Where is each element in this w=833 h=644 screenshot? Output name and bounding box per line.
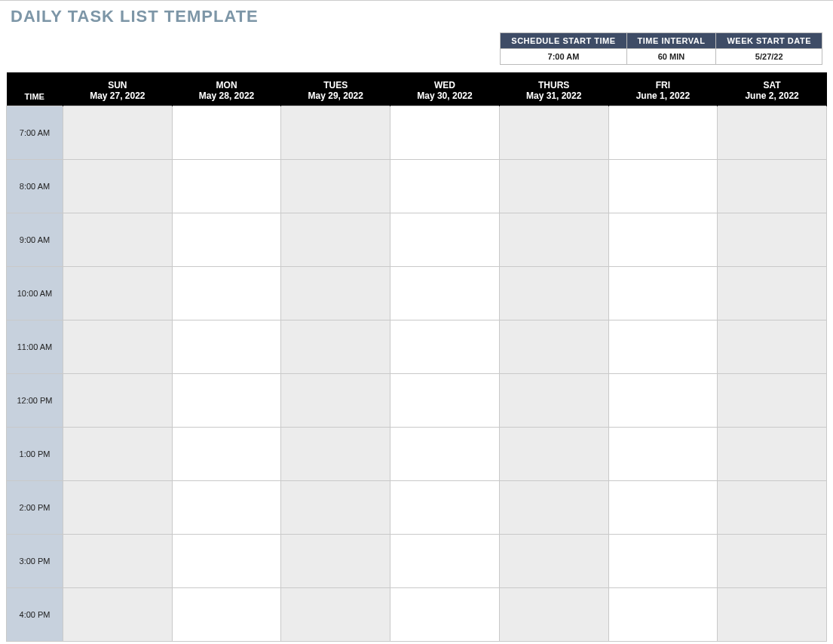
schedule-cell[interactable] (608, 267, 718, 320)
schedule-cell[interactable] (718, 481, 827, 535)
schedule-cell[interactable] (63, 106, 173, 160)
schedule-cell[interactable] (390, 374, 500, 428)
schedule-cell[interactable] (718, 320, 827, 374)
schedule-cell[interactable] (63, 320, 173, 374)
schedule-cell[interactable] (63, 213, 173, 267)
time-label: 2:00 PM (7, 481, 63, 535)
schedule-cell[interactable] (172, 160, 281, 213)
schedule-cell[interactable] (281, 213, 390, 267)
settings-table: SCHEDULE START TIME TIME INTERVAL WEEK S… (500, 32, 822, 65)
time-label: 11:00 AM (7, 320, 63, 374)
schedule-cell[interactable] (718, 267, 827, 320)
schedule-cell[interactable] (718, 535, 827, 588)
schedule-cell[interactable] (390, 106, 500, 160)
schedule-grid: TIME SUNMay 27, 2022 MONMay 28, 2022 TUE… (6, 72, 827, 642)
schedule-cell[interactable] (63, 267, 173, 320)
col-header-mon: MONMay 28, 2022 (172, 72, 281, 106)
time-label: 10:00 AM (7, 267, 63, 320)
schedule-cell[interactable] (63, 374, 173, 428)
schedule-cell[interactable] (63, 428, 173, 481)
meta-header-weekstart: WEEK START DATE (716, 33, 822, 49)
schedule-cell[interactable] (281, 588, 390, 642)
schedule-cell[interactable] (281, 481, 390, 535)
meta-header-start: SCHEDULE START TIME (501, 33, 626, 49)
meta-header-interval: TIME INTERVAL (626, 33, 716, 49)
schedule-cell[interactable] (499, 267, 608, 320)
schedule-cell[interactable] (390, 481, 500, 535)
schedule-cell[interactable] (390, 160, 500, 213)
schedule-cell[interactable] (718, 106, 827, 160)
schedule-cell[interactable] (281, 106, 390, 160)
schedule-cell[interactable] (718, 213, 827, 267)
meta-value-interval[interactable]: 60 MIN (626, 49, 716, 65)
schedule-cell[interactable] (172, 374, 281, 428)
schedule-cell[interactable] (608, 160, 718, 213)
col-header-sat: SATJune 2, 2022 (718, 72, 827, 106)
schedule-cell[interactable] (63, 535, 173, 588)
schedule-cell[interactable] (281, 267, 390, 320)
schedule-cell[interactable] (608, 481, 718, 535)
schedule-cell[interactable] (499, 428, 608, 481)
schedule-cell[interactable] (390, 535, 500, 588)
meta-value-start[interactable]: 7:00 AM (501, 49, 626, 65)
schedule-cell[interactable] (63, 160, 173, 213)
schedule-cell[interactable] (608, 106, 718, 160)
schedule-cell[interactable] (63, 588, 173, 642)
schedule-cell[interactable] (608, 320, 718, 374)
schedule-cell[interactable] (499, 535, 608, 588)
schedule-cell[interactable] (390, 588, 500, 642)
schedule-cell[interactable] (172, 535, 281, 588)
schedule-cell[interactable] (499, 160, 608, 213)
col-header-sun: SUNMay 27, 2022 (63, 72, 173, 106)
schedule-cell[interactable] (608, 374, 718, 428)
schedule-cell[interactable] (718, 588, 827, 642)
time-label: 8:00 AM (7, 160, 63, 213)
schedule-cell[interactable] (172, 267, 281, 320)
schedule-cell[interactable] (281, 428, 390, 481)
schedule-cell[interactable] (608, 213, 718, 267)
schedule-cell[interactable] (281, 320, 390, 374)
schedule-cell[interactable] (499, 588, 608, 642)
schedule-cell[interactable] (499, 374, 608, 428)
schedule-cell[interactable] (718, 374, 827, 428)
schedule-cell[interactable] (718, 428, 827, 481)
schedule-cell[interactable] (390, 320, 500, 374)
col-header-wed: WEDMay 30, 2022 (390, 72, 500, 106)
schedule-cell[interactable] (281, 374, 390, 428)
schedule-cell[interactable] (63, 481, 173, 535)
schedule-cell[interactable] (499, 481, 608, 535)
schedule-cell[interactable] (172, 320, 281, 374)
page-title: DAILY TASK LIST TEMPLATE (11, 7, 827, 26)
schedule-cell[interactable] (608, 535, 718, 588)
time-label: 4:00 PM (7, 588, 63, 642)
time-label: 3:00 PM (7, 535, 63, 588)
schedule-cell[interactable] (499, 106, 608, 160)
schedule-cell[interactable] (718, 160, 827, 213)
schedule-cell[interactable] (390, 428, 500, 481)
schedule-cell[interactable] (281, 535, 390, 588)
col-header-fri: FRIJune 1, 2022 (608, 72, 718, 106)
schedule-cell[interactable] (608, 428, 718, 481)
schedule-cell[interactable] (172, 213, 281, 267)
schedule-cell[interactable] (172, 106, 281, 160)
time-label: 9:00 AM (7, 213, 63, 267)
col-header-time: TIME (7, 72, 63, 106)
schedule-cell[interactable] (172, 428, 281, 481)
schedule-cell[interactable] (499, 320, 608, 374)
time-label: 7:00 AM (7, 106, 63, 160)
schedule-cell[interactable] (390, 267, 500, 320)
schedule-cell[interactable] (281, 160, 390, 213)
time-label: 1:00 PM (7, 428, 63, 481)
col-header-thu: THURSMay 31, 2022 (499, 72, 608, 106)
schedule-cell[interactable] (608, 588, 718, 642)
meta-value-weekstart[interactable]: 5/27/22 (716, 49, 822, 65)
time-label: 12:00 PM (7, 374, 63, 428)
schedule-cell[interactable] (172, 588, 281, 642)
col-header-tue: TUESMay 29, 2022 (281, 72, 390, 106)
schedule-cell[interactable] (172, 481, 281, 535)
schedule-cell[interactable] (499, 213, 608, 267)
schedule-cell[interactable] (390, 213, 500, 267)
